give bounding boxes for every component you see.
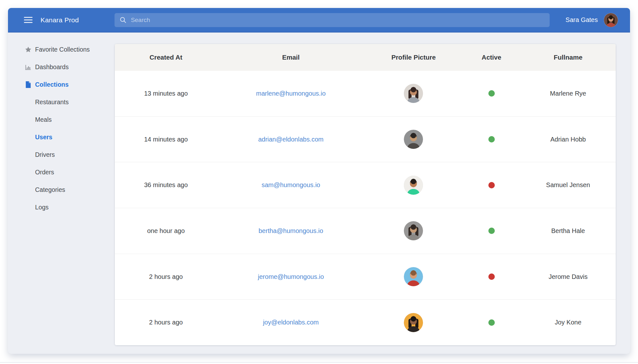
email-cell: sam@humongous.io xyxy=(217,181,365,189)
profile-picture-cell xyxy=(365,221,462,240)
app-window: Kanara Prod Sara Gates xyxy=(8,8,630,354)
active-cell xyxy=(463,182,521,188)
email-link[interactable]: marlene@humongous.io xyxy=(256,90,326,97)
sidebar-item-label: Categories xyxy=(35,186,65,193)
star-icon xyxy=(24,46,32,53)
search-input[interactable] xyxy=(131,17,545,24)
email-link[interactable]: adrian@eldonlabs.com xyxy=(258,136,323,143)
column-header-fullname[interactable]: Fullname xyxy=(521,54,616,61)
sidebar-item-orders[interactable]: Orders xyxy=(8,164,108,181)
profile-picture xyxy=(404,221,423,240)
profile-picture xyxy=(404,267,423,286)
sidebar-item-label: Meals xyxy=(35,116,52,123)
email-cell: jerome@humongous.io xyxy=(217,273,365,280)
user-avatar[interactable] xyxy=(604,13,618,27)
screenshot-bottom-edge xyxy=(0,362,638,363)
fullname-cell: Samuel Jensen xyxy=(521,181,616,189)
top-navbar: Kanara Prod Sara Gates xyxy=(8,8,630,33)
email-link[interactable]: sam@humongous.io xyxy=(262,181,320,189)
profile-picture xyxy=(404,176,423,195)
search-box[interactable] xyxy=(115,13,550,27)
active-status-dot xyxy=(488,228,495,234)
sidebar-item-label: Collections xyxy=(35,81,69,88)
document-icon xyxy=(24,81,32,88)
sidebar-item-restaurants[interactable]: Restaurants xyxy=(8,93,108,111)
created-at-cell: 13 minutes ago xyxy=(115,90,217,97)
email-cell: marlene@humongous.io xyxy=(217,90,365,97)
sidebar-item-meals[interactable]: Meals xyxy=(8,111,108,128)
users-table-card: Created AtEmailProfile PictureActiveFull… xyxy=(115,44,616,345)
column-header-email[interactable]: Email xyxy=(217,54,365,61)
table-row[interactable]: 13 minutes agomarlene@humongous.io Marle… xyxy=(115,71,616,116)
table-body: 13 minutes agomarlene@humongous.io Marle… xyxy=(115,71,616,345)
profile-picture-cell xyxy=(365,313,462,332)
table-row[interactable]: 2 hours agojoy@eldonlabs.com Joy Kone xyxy=(115,299,616,345)
active-status-dot xyxy=(488,90,495,97)
email-cell: bertha@humongous.io xyxy=(217,227,365,235)
sidebar-item-label: Orders xyxy=(35,169,54,176)
sidebar-item-users[interactable]: Users xyxy=(8,128,108,146)
sidebar-item-dashboards[interactable]: Dashboards xyxy=(8,58,108,76)
table-row[interactable]: 2 hours agojerome@humongous.io Jerome Da… xyxy=(115,254,616,300)
email-link[interactable]: jerome@humongous.io xyxy=(258,273,324,280)
sidebar-item-drivers[interactable]: Drivers xyxy=(8,146,108,164)
column-header-created-at[interactable]: Created At xyxy=(115,54,217,61)
bar-chart-icon xyxy=(24,64,32,71)
profile-picture-cell xyxy=(365,267,462,286)
active-cell xyxy=(463,319,521,326)
fullname-cell: Joy Kone xyxy=(521,319,616,326)
user-name: Sara Gates xyxy=(566,16,598,24)
column-header-active[interactable]: Active xyxy=(463,54,521,61)
active-cell xyxy=(463,273,521,280)
inactive-status-dot xyxy=(488,182,495,188)
fullname-cell: Bertha Hale xyxy=(521,227,616,235)
sidebar-item-label: Drivers xyxy=(35,151,55,158)
search-icon xyxy=(120,17,127,24)
profile-picture-cell xyxy=(365,176,462,195)
profile-picture-cell xyxy=(365,130,462,149)
sidebar-item-collections[interactable]: Collections xyxy=(8,76,108,93)
active-status-dot xyxy=(488,136,495,142)
main-content: Created AtEmailProfile PictureActiveFull… xyxy=(108,33,630,354)
table-header-row: Created AtEmailProfile PictureActiveFull… xyxy=(115,44,616,71)
sidebar-item-label: Favorite Collections xyxy=(35,46,90,53)
fullname-cell: Marlene Rye xyxy=(521,90,616,97)
fullname-cell: Jerome Davis xyxy=(521,273,616,280)
profile-picture xyxy=(404,313,423,332)
app-body: Favorite Collections Dashboards Collecti… xyxy=(8,33,630,354)
created-at-cell: one hour ago xyxy=(115,227,217,235)
sidebar-item-label: Users xyxy=(35,134,52,141)
sidebar-item-favorite-collections[interactable]: Favorite Collections xyxy=(8,41,108,58)
sidebar-item-label: Restaurants xyxy=(35,98,69,106)
table-row[interactable]: 14 minutes agoadrian@eldonlabs.com Adria… xyxy=(115,116,616,162)
menu-icon[interactable] xyxy=(24,17,33,23)
user-menu[interactable]: Sara Gates xyxy=(566,13,618,27)
email-cell: adrian@eldonlabs.com xyxy=(217,136,365,143)
column-header-profile-picture[interactable]: Profile Picture xyxy=(365,54,462,61)
email-cell: joy@eldonlabs.com xyxy=(217,319,365,326)
active-status-dot xyxy=(488,319,495,326)
email-link[interactable]: bertha@humongous.io xyxy=(259,227,323,235)
created-at-cell: 2 hours ago xyxy=(115,273,217,280)
table-row[interactable]: 36 minutes agosam@humongous.io Samuel Je… xyxy=(115,162,616,208)
sidebar-item-logs[interactable]: Logs xyxy=(8,199,108,216)
profile-picture xyxy=(404,130,423,149)
fullname-cell: Adrian Hobb xyxy=(521,136,616,143)
inactive-status-dot xyxy=(488,273,495,280)
active-cell xyxy=(463,228,521,234)
sidebar-item-categories[interactable]: Categories xyxy=(8,181,108,199)
created-at-cell: 36 minutes ago xyxy=(115,181,217,189)
created-at-cell: 2 hours ago xyxy=(115,319,217,326)
table-row[interactable]: one hour agobertha@humongous.io Bertha H… xyxy=(115,208,616,254)
profile-picture-cell xyxy=(365,84,462,103)
created-at-cell: 14 minutes ago xyxy=(115,136,217,143)
active-cell xyxy=(463,136,521,142)
sidebar: Favorite Collections Dashboards Collecti… xyxy=(8,33,108,354)
app-title: Kanara Prod xyxy=(41,16,79,24)
profile-picture xyxy=(404,84,423,103)
email-link[interactable]: joy@eldonlabs.com xyxy=(263,319,319,326)
sidebar-item-label: Dashboards xyxy=(35,63,69,71)
active-cell xyxy=(463,90,521,97)
sidebar-item-label: Logs xyxy=(35,204,48,211)
